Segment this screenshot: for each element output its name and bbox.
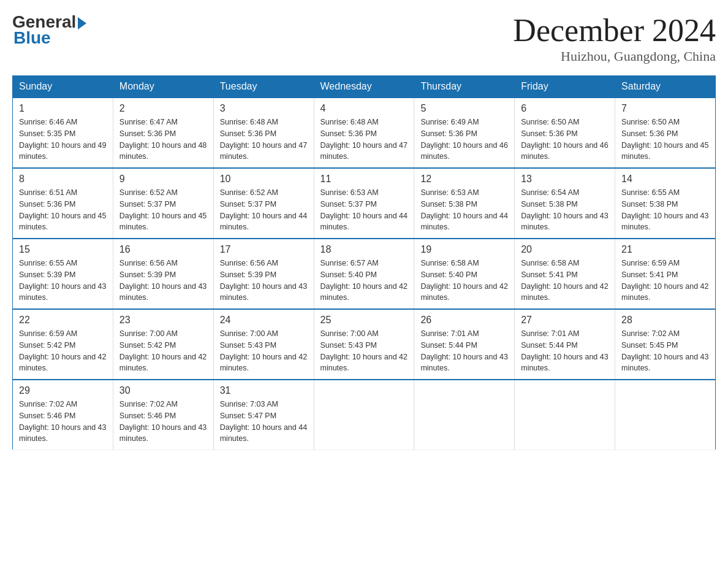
day-number: 20 bbox=[521, 244, 609, 255]
day-info: Sunrise: 6:51 AMSunset: 5:36 PMDaylight:… bbox=[19, 188, 106, 231]
calendar-cell: 4 Sunrise: 6:48 AMSunset: 5:36 PMDayligh… bbox=[314, 98, 414, 168]
calendar-cell: 27 Sunrise: 7:01 AMSunset: 5:44 PMDaylig… bbox=[515, 309, 615, 380]
day-number: 13 bbox=[521, 174, 609, 185]
day-info: Sunrise: 6:48 AMSunset: 5:36 PMDaylight:… bbox=[320, 118, 408, 161]
header-monday: Monday bbox=[113, 76, 213, 98]
day-number: 16 bbox=[119, 244, 207, 255]
day-number: 8 bbox=[19, 174, 107, 185]
calendar-week-row: 15 Sunrise: 6:55 AMSunset: 5:39 PMDaylig… bbox=[13, 239, 716, 309]
calendar-week-row: 22 Sunrise: 6:59 AMSunset: 5:42 PMDaylig… bbox=[13, 309, 716, 380]
day-info: Sunrise: 7:00 AMSunset: 5:43 PMDaylight:… bbox=[320, 329, 408, 372]
calendar-cell: 5 Sunrise: 6:49 AMSunset: 5:36 PMDayligh… bbox=[414, 98, 515, 168]
day-number: 18 bbox=[320, 244, 408, 255]
day-info: Sunrise: 6:58 AMSunset: 5:40 PMDaylight:… bbox=[420, 259, 507, 302]
day-info: Sunrise: 7:01 AMSunset: 5:44 PMDaylight:… bbox=[521, 329, 608, 372]
calendar-cell: 15 Sunrise: 6:55 AMSunset: 5:39 PMDaylig… bbox=[13, 239, 113, 309]
calendar-cell: 21 Sunrise: 6:59 AMSunset: 5:41 PMDaylig… bbox=[615, 239, 716, 309]
calendar-cell: 17 Sunrise: 6:56 AMSunset: 5:39 PMDaylig… bbox=[213, 239, 314, 309]
calendar-week-row: 8 Sunrise: 6:51 AMSunset: 5:36 PMDayligh… bbox=[13, 168, 716, 239]
day-info: Sunrise: 7:03 AMSunset: 5:47 PMDaylight:… bbox=[220, 400, 307, 443]
day-number: 28 bbox=[621, 315, 709, 326]
page-header: General Blue December 2024 Huizhou, Guan… bbox=[12, 12, 716, 64]
calendar-cell: 2 Sunrise: 6:47 AMSunset: 5:36 PMDayligh… bbox=[113, 98, 213, 168]
day-info: Sunrise: 6:53 AMSunset: 5:38 PMDaylight:… bbox=[420, 188, 507, 231]
day-number: 30 bbox=[119, 385, 207, 396]
day-info: Sunrise: 6:57 AMSunset: 5:40 PMDaylight:… bbox=[320, 259, 408, 302]
day-number: 26 bbox=[420, 315, 508, 326]
calendar-cell: 14 Sunrise: 6:55 AMSunset: 5:38 PMDaylig… bbox=[615, 168, 716, 239]
calendar-title: December 2024 bbox=[513, 12, 716, 48]
day-number: 31 bbox=[220, 385, 308, 396]
day-number: 10 bbox=[220, 174, 308, 185]
day-info: Sunrise: 7:01 AMSunset: 5:44 PMDaylight:… bbox=[420, 329, 507, 372]
calendar-cell: 9 Sunrise: 6:52 AMSunset: 5:37 PMDayligh… bbox=[113, 168, 213, 239]
day-number: 9 bbox=[119, 174, 207, 185]
day-number: 19 bbox=[420, 244, 508, 255]
calendar-cell: 10 Sunrise: 6:52 AMSunset: 5:37 PMDaylig… bbox=[213, 168, 314, 239]
logo: General Blue bbox=[12, 12, 86, 48]
day-info: Sunrise: 6:47 AMSunset: 5:36 PMDaylight:… bbox=[119, 118, 207, 161]
calendar-subtitle: Huizhou, Guangdong, China bbox=[513, 48, 716, 64]
calendar-cell: 16 Sunrise: 6:56 AMSunset: 5:39 PMDaylig… bbox=[113, 239, 213, 309]
header-sunday: Sunday bbox=[13, 76, 113, 98]
day-number: 29 bbox=[19, 385, 107, 396]
day-info: Sunrise: 6:50 AMSunset: 5:36 PMDaylight:… bbox=[521, 118, 608, 161]
day-info: Sunrise: 7:00 AMSunset: 5:42 PMDaylight:… bbox=[119, 329, 207, 372]
day-number: 5 bbox=[420, 103, 508, 114]
day-number: 14 bbox=[621, 174, 709, 185]
day-number: 25 bbox=[320, 315, 408, 326]
header-thursday: Thursday bbox=[414, 76, 515, 98]
calendar-cell: 11 Sunrise: 6:53 AMSunset: 5:37 PMDaylig… bbox=[314, 168, 414, 239]
day-info: Sunrise: 6:59 AMSunset: 5:42 PMDaylight:… bbox=[19, 329, 106, 372]
calendar-cell: 19 Sunrise: 6:58 AMSunset: 5:40 PMDaylig… bbox=[414, 239, 515, 309]
calendar-week-row: 1 Sunrise: 6:46 AMSunset: 5:35 PMDayligh… bbox=[13, 98, 716, 168]
day-info: Sunrise: 7:00 AMSunset: 5:43 PMDaylight:… bbox=[220, 329, 307, 372]
calendar-cell: 20 Sunrise: 6:58 AMSunset: 5:41 PMDaylig… bbox=[515, 239, 615, 309]
day-info: Sunrise: 6:52 AMSunset: 5:37 PMDaylight:… bbox=[220, 188, 307, 231]
header-tuesday: Tuesday bbox=[213, 76, 314, 98]
calendar-cell: 18 Sunrise: 6:57 AMSunset: 5:40 PMDaylig… bbox=[314, 239, 414, 309]
day-number: 1 bbox=[19, 103, 107, 114]
day-number: 21 bbox=[621, 244, 709, 255]
day-info: Sunrise: 6:53 AMSunset: 5:37 PMDaylight:… bbox=[320, 188, 408, 231]
header-wednesday: Wednesday bbox=[314, 76, 414, 98]
day-info: Sunrise: 6:48 AMSunset: 5:36 PMDaylight:… bbox=[220, 118, 307, 161]
day-info: Sunrise: 6:46 AMSunset: 5:35 PMDaylight:… bbox=[19, 118, 106, 161]
day-info: Sunrise: 6:50 AMSunset: 5:36 PMDaylight:… bbox=[621, 118, 708, 161]
calendar-table: SundayMondayTuesdayWednesdayThursdayFrid… bbox=[12, 75, 716, 450]
day-info: Sunrise: 6:58 AMSunset: 5:41 PMDaylight:… bbox=[521, 259, 608, 302]
day-info: Sunrise: 6:54 AMSunset: 5:38 PMDaylight:… bbox=[521, 188, 608, 231]
calendar-cell: 26 Sunrise: 7:01 AMSunset: 5:44 PMDaylig… bbox=[414, 309, 515, 380]
day-number: 15 bbox=[19, 244, 107, 255]
day-info: Sunrise: 6:56 AMSunset: 5:39 PMDaylight:… bbox=[220, 259, 307, 302]
day-number: 27 bbox=[521, 315, 609, 326]
day-number: 2 bbox=[119, 103, 207, 114]
day-number: 12 bbox=[420, 174, 508, 185]
day-info: Sunrise: 6:55 AMSunset: 5:39 PMDaylight:… bbox=[19, 259, 106, 302]
header-friday: Friday bbox=[515, 76, 615, 98]
calendar-title-area: December 2024 Huizhou, Guangdong, China bbox=[513, 12, 716, 64]
calendar-cell: 24 Sunrise: 7:00 AMSunset: 5:43 PMDaylig… bbox=[213, 309, 314, 380]
day-info: Sunrise: 6:59 AMSunset: 5:41 PMDaylight:… bbox=[621, 259, 708, 302]
day-info: Sunrise: 6:52 AMSunset: 5:37 PMDaylight:… bbox=[119, 188, 207, 231]
logo-text-blue: Blue bbox=[13, 28, 86, 48]
day-info: Sunrise: 6:49 AMSunset: 5:36 PMDaylight:… bbox=[420, 118, 507, 161]
calendar-cell: 12 Sunrise: 6:53 AMSunset: 5:38 PMDaylig… bbox=[414, 168, 515, 239]
calendar-cell: 22 Sunrise: 6:59 AMSunset: 5:42 PMDaylig… bbox=[13, 309, 113, 380]
logo-arrow-icon bbox=[78, 17, 86, 29]
calendar-cell: 31 Sunrise: 7:03 AMSunset: 5:47 PMDaylig… bbox=[213, 380, 314, 450]
day-info: Sunrise: 7:02 AMSunset: 5:45 PMDaylight:… bbox=[621, 329, 708, 372]
day-number: 7 bbox=[621, 103, 709, 114]
header-saturday: Saturday bbox=[615, 76, 716, 98]
calendar-cell: 7 Sunrise: 6:50 AMSunset: 5:36 PMDayligh… bbox=[615, 98, 716, 168]
calendar-cell: 3 Sunrise: 6:48 AMSunset: 5:36 PMDayligh… bbox=[213, 98, 314, 168]
day-number: 4 bbox=[320, 103, 408, 114]
day-number: 23 bbox=[119, 315, 207, 326]
day-number: 24 bbox=[220, 315, 308, 326]
day-info: Sunrise: 7:02 AMSunset: 5:46 PMDaylight:… bbox=[19, 400, 106, 443]
calendar-cell bbox=[314, 380, 414, 450]
calendar-cell bbox=[414, 380, 515, 450]
day-info: Sunrise: 6:56 AMSunset: 5:39 PMDaylight:… bbox=[119, 259, 207, 302]
day-number: 22 bbox=[19, 315, 107, 326]
calendar-cell: 28 Sunrise: 7:02 AMSunset: 5:45 PMDaylig… bbox=[615, 309, 716, 380]
